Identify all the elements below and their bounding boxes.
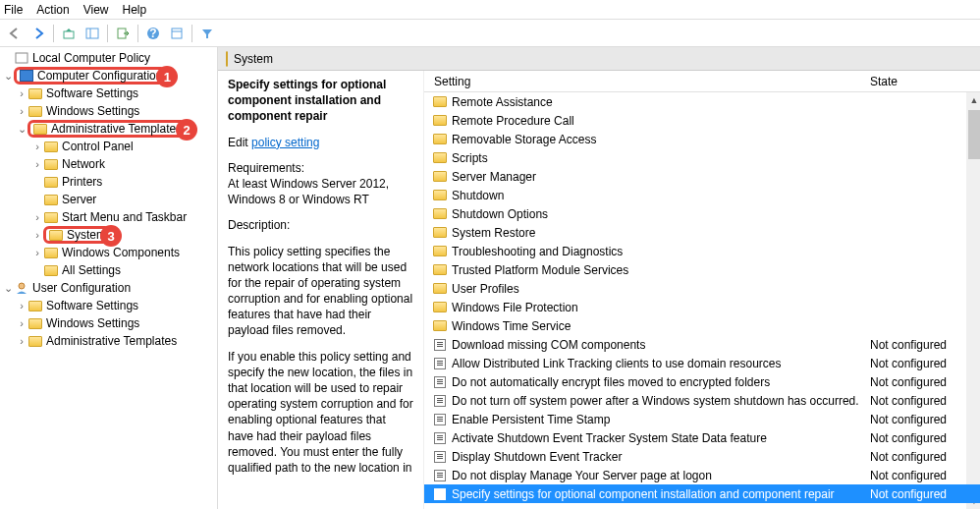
tree-user-software-settings[interactable]: ›Software Settings: [0, 297, 217, 314]
expand-icon[interactable]: ›: [16, 300, 27, 311]
folder-icon: [432, 301, 448, 314]
tree-administrative-templates[interactable]: ⌄ Administrative Templates 2: [0, 120, 217, 138]
menu-help[interactable]: Help: [123, 3, 147, 17]
tree-computer-configuration[interactable]: ⌄ Computer Configuration 1: [0, 67, 217, 85]
tree-system[interactable]: › System 3: [0, 226, 217, 244]
policy-icon: [432, 375, 448, 389]
list-row[interactable]: Remote Assistance: [424, 92, 980, 111]
list-row[interactable]: Remote Procedure Call: [424, 111, 980, 130]
help-button[interactable]: ?: [142, 23, 164, 44]
setting-name: Shutdown: [452, 189, 870, 202]
filter-button[interactable]: [196, 23, 218, 44]
content-header: System: [218, 47, 980, 71]
setting-name: Server Manager: [452, 170, 870, 184]
list-row[interactable]: Scripts: [424, 148, 980, 167]
content-pane: System Specify settings for optional com…: [218, 47, 980, 509]
toolbar-separator: [107, 25, 108, 42]
setting-name: Download missing COM components: [452, 338, 870, 352]
svg-point-9: [19, 283, 25, 289]
folder-icon: [28, 336, 42, 347]
list-row[interactable]: User Profiles: [424, 279, 980, 298]
expand-icon[interactable]: ›: [31, 247, 43, 258]
list-header: Setting State: [424, 71, 980, 92]
expand-icon[interactable]: ›: [31, 158, 43, 170]
policy-icon: [432, 450, 448, 464]
collapse-icon[interactable]: ⌄: [2, 70, 14, 83]
list-row[interactable]: Download missing COM componentsNot confi…: [424, 335, 980, 354]
policy-icon: [432, 394, 448, 408]
edit-label: Edit: [228, 136, 248, 149]
tree-windows-settings[interactable]: ›Windows Settings: [0, 102, 217, 120]
svg-rect-6: [172, 28, 182, 38]
list-row[interactable]: Activate Shutdown Event Tracker System S…: [424, 428, 980, 447]
list-row[interactable]: Allow Distributed Link Tracking clients …: [424, 354, 980, 372]
folder-icon: [226, 51, 228, 67]
details-pane: Specify settings for optional component …: [218, 71, 424, 509]
list-row[interactable]: Server Manager: [424, 167, 980, 186]
menu-action[interactable]: Action: [36, 3, 69, 17]
list-row[interactable]: Do not turn off system power after a Win…: [424, 391, 980, 410]
setting-name: Allow Distributed Link Tracking clients …: [452, 357, 870, 370]
tree-user-windows-settings[interactable]: ›Windows Settings: [0, 314, 217, 332]
settings-list[interactable]: Setting State ▲ ▼ Remote AssistanceRemot…: [424, 71, 980, 509]
expand-icon[interactable]: ›: [16, 317, 27, 329]
edit-policy-link[interactable]: policy setting: [251, 136, 319, 149]
list-row[interactable]: Troubleshooting and Diagnostics: [424, 242, 980, 260]
list-row[interactable]: Specify settings for optional component …: [424, 484, 980, 503]
navigation-tree[interactable]: Local Computer Policy ⌄ Computer Configu…: [0, 47, 218, 509]
list-row[interactable]: Windows File Protection: [424, 298, 980, 316]
folder-icon: [28, 106, 42, 117]
properties-button[interactable]: [166, 23, 188, 44]
expand-icon[interactable]: ›: [16, 335, 27, 347]
list-row[interactable]: Do not display Manage Your Server page a…: [424, 466, 980, 484]
tree-label: All Settings: [62, 263, 121, 277]
menu-view[interactable]: View: [83, 3, 109, 17]
callout-badge-1: 1: [156, 66, 178, 87]
policy-icon: [432, 469, 448, 482]
tree-server[interactable]: Server: [0, 191, 217, 208]
folder-icon: [432, 151, 448, 165]
expand-icon[interactable]: ›: [31, 141, 43, 152]
forward-button[interactable]: [27, 23, 49, 44]
list-row[interactable]: Shutdown: [424, 186, 980, 204]
list-row[interactable]: Do not automatically encrypt files moved…: [424, 372, 980, 391]
tree-label: Windows Settings: [46, 316, 139, 330]
collapse-icon[interactable]: ⌄: [2, 282, 14, 295]
expand-icon[interactable]: ›: [16, 105, 27, 117]
tree-start-menu-taskbar[interactable]: ›Start Menu and Taskbar: [0, 208, 217, 226]
tree-printers[interactable]: Printers: [0, 173, 217, 191]
tree-all-settings[interactable]: All Settings: [0, 261, 217, 279]
column-setting[interactable]: Setting: [432, 75, 870, 88]
setting-name: System Restore: [452, 226, 870, 240]
expand-icon[interactable]: ›: [16, 87, 27, 99]
menu-file[interactable]: File: [4, 3, 23, 17]
list-row[interactable]: Removable Storage Access: [424, 130, 980, 148]
tree-root[interactable]: Local Computer Policy: [0, 49, 217, 67]
expand-icon[interactable]: ›: [31, 211, 43, 223]
tree-label: Software Settings: [46, 299, 138, 312]
tree-software-settings[interactable]: ›Software Settings: [0, 85, 217, 102]
tree-user-configuration[interactable]: ⌄User Configuration: [0, 279, 217, 297]
list-row[interactable]: Enable Persistent Time StampNot configur…: [424, 410, 980, 428]
callout-badge-2: 2: [176, 119, 197, 141]
list-row[interactable]: Trusted Platform Module Services: [424, 260, 980, 279]
tree-user-administrative-templates[interactable]: ›Administrative Templates: [0, 332, 217, 350]
tree-label: Printers: [62, 175, 102, 189]
folder-icon: [432, 95, 448, 109]
folder-icon: [44, 141, 58, 152]
list-row[interactable]: System Restore: [424, 223, 980, 242]
tree-network[interactable]: ›Network: [0, 155, 217, 173]
show-hide-tree-button[interactable]: [82, 23, 103, 44]
expand-icon[interactable]: ›: [31, 229, 43, 241]
up-button[interactable]: [58, 23, 80, 44]
list-row[interactable]: Display Shutdown Event TrackerNot config…: [424, 447, 980, 466]
setting-name: User Profiles: [452, 282, 870, 296]
collapse-icon[interactable]: ⌄: [16, 123, 27, 136]
list-row[interactable]: Shutdown Options: [424, 204, 980, 223]
folder-icon: [44, 265, 58, 276]
tree-label: Software Settings: [46, 86, 138, 100]
list-row[interactable]: Windows Time Service: [424, 316, 980, 335]
column-state[interactable]: State: [870, 75, 980, 88]
back-button[interactable]: [4, 23, 26, 44]
export-button[interactable]: [112, 23, 134, 44]
